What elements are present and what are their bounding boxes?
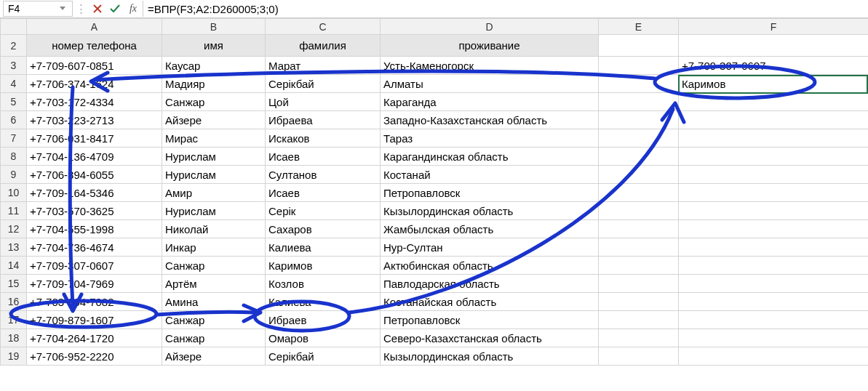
cell[interactable]	[599, 275, 679, 293]
cell-E2[interactable]	[599, 35, 679, 57]
cell[interactable]: Артём	[162, 275, 266, 293]
cell[interactable]	[679, 166, 869, 184]
cell[interactable]	[599, 93, 679, 111]
formula-input[interactable]: =ВПР(F3;A2:D260005;3;0)	[143, 1, 868, 17]
cell[interactable]	[679, 220, 869, 238]
cell[interactable]: Нурислам	[162, 202, 266, 220]
cell[interactable]: Нурислам	[162, 166, 266, 184]
col-header-B[interactable]: B	[162, 19, 266, 35]
col-header-A[interactable]: A	[27, 19, 162, 35]
cell-E3[interactable]	[599, 57, 679, 75]
row-header[interactable]: 19	[1, 347, 27, 366]
cell[interactable]	[599, 238, 679, 257]
cell-E4[interactable]	[599, 75, 679, 93]
cell-F2[interactable]	[679, 35, 869, 57]
cell[interactable]: Петропавловск	[381, 184, 599, 202]
name-box-dropdown-icon[interactable]	[57, 7, 68, 11]
cell[interactable]: +7-704-555-1998	[27, 220, 162, 238]
cell[interactable]	[679, 275, 869, 293]
cell[interactable]: Жамбылская область	[381, 220, 599, 238]
cell[interactable]	[679, 257, 869, 275]
cell[interactable]: Мадияр	[162, 75, 266, 93]
cell[interactable]: Тараз	[381, 129, 599, 148]
fx-button[interactable]: fx	[124, 3, 143, 15]
cell[interactable]: Султанов	[266, 166, 381, 184]
cell[interactable]: Нур-Султан	[381, 238, 599, 257]
row-header[interactable]: 10	[1, 184, 27, 202]
cell[interactable]	[679, 293, 869, 311]
cell[interactable]	[599, 111, 679, 129]
cell[interactable]: Актюбинская область	[381, 257, 599, 275]
cell[interactable]: Павлодарская область	[381, 275, 599, 293]
cell[interactable]: +7-709-307-0607	[27, 257, 162, 275]
cell[interactable]	[599, 184, 679, 202]
cell[interactable]	[679, 202, 869, 220]
cell[interactable]: +7-703-304-7082	[27, 293, 162, 311]
cell[interactable]	[679, 311, 869, 329]
cell[interactable]	[679, 184, 869, 202]
cell[interactable]: Серікбай	[266, 347, 381, 366]
cell[interactable]: Костанайская область	[381, 293, 599, 311]
col-header-F[interactable]: F	[679, 19, 869, 35]
cell[interactable]: Нурислам	[162, 148, 266, 166]
name-box[interactable]: F4	[3, 1, 73, 17]
cell[interactable]: +7-703-172-4334	[27, 93, 162, 111]
cell[interactable]: Николай	[162, 220, 266, 238]
cell[interactable]	[679, 111, 869, 129]
row-header[interactable]: 13	[1, 238, 27, 257]
header-phone[interactable]: номер телефона	[27, 35, 162, 57]
header-residence[interactable]: проживание	[381, 35, 599, 57]
row-header[interactable]: 15	[1, 275, 27, 293]
cell[interactable]: Санжар	[162, 93, 266, 111]
col-header-C[interactable]: C	[266, 19, 381, 35]
cell[interactable]	[599, 220, 679, 238]
cell[interactable]: Мирас	[162, 129, 266, 148]
row-header-2[interactable]: 2	[1, 35, 27, 57]
row-header[interactable]: 8	[1, 148, 27, 166]
cell[interactable]	[599, 311, 679, 329]
cell[interactable]: +7-703-570-3625	[27, 202, 162, 220]
cell[interactable]	[679, 347, 869, 366]
cell[interactable]	[599, 129, 679, 148]
row-header[interactable]: 16	[1, 293, 27, 311]
cell[interactable]: Усть-Каменогорск	[381, 57, 599, 75]
cell[interactable]	[599, 329, 679, 347]
col-header-E[interactable]: E	[599, 19, 679, 35]
cell[interactable]	[599, 166, 679, 184]
cell[interactable]: +7-706-031-8417	[27, 129, 162, 148]
header-name[interactable]: имя	[162, 35, 266, 57]
row-header[interactable]: 7	[1, 129, 27, 148]
cell[interactable]: +7-703-223-2713	[27, 111, 162, 129]
cell[interactable]: +7-704-264-1720	[27, 329, 162, 347]
cell[interactable]: +7-704-136-4709	[27, 148, 162, 166]
cell[interactable]: +7-709-164-5346	[27, 184, 162, 202]
row-header[interactable]: 3	[1, 57, 27, 75]
cell[interactable]: +7-706-952-2220	[27, 347, 162, 366]
select-all-corner[interactable]	[1, 19, 27, 35]
cell[interactable]: +7-709-704-7969	[27, 275, 162, 293]
cell[interactable]	[679, 148, 869, 166]
cell-F3[interactable]: +7-709-307-0607	[679, 57, 869, 75]
cell[interactable]: Костанай	[381, 166, 599, 184]
spreadsheet-table[interactable]: A B C D E F 2 номер телефона имя фамилия…	[0, 18, 868, 366]
row-header[interactable]: 9	[1, 166, 27, 184]
cell[interactable]: Санжар	[162, 257, 266, 275]
cell[interactable]: Исаев	[266, 148, 381, 166]
cell[interactable]: Серік	[266, 202, 381, 220]
cell[interactable]: Каусар	[162, 57, 266, 75]
cell[interactable]: +7-704-736-4674	[27, 238, 162, 257]
cell-F4[interactable]: Каримов	[679, 75, 869, 93]
cell[interactable]: Калиева	[266, 238, 381, 257]
cell[interactable]: Искаков	[266, 129, 381, 148]
col-header-D[interactable]: D	[381, 19, 599, 35]
cell[interactable]: Ибраева	[266, 111, 381, 129]
cell[interactable]: Козлов	[266, 275, 381, 293]
cancel-button[interactable]	[89, 1, 106, 17]
enter-button[interactable]	[106, 1, 124, 17]
cell[interactable]: Западно-Казахстанская область	[381, 111, 599, 129]
row-header[interactable]: 14	[1, 257, 27, 275]
cell[interactable]: Кызылординская область	[381, 202, 599, 220]
cell[interactable]: Амина	[162, 293, 266, 311]
cell[interactable]: Караганда	[381, 93, 599, 111]
cell[interactable]	[679, 129, 869, 148]
